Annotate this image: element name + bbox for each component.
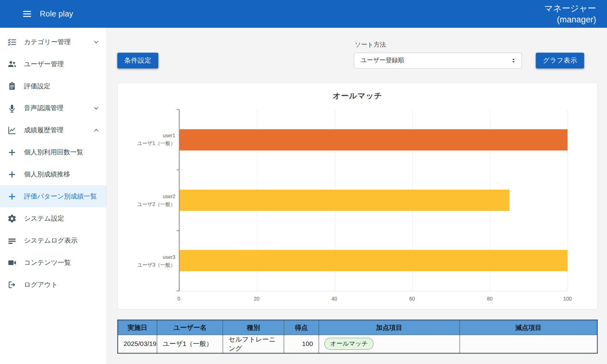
microphone-icon (7, 104, 17, 113)
user-role: マネージャー (manager) (544, 3, 596, 25)
table-header-cell: ユーザー名 (157, 320, 223, 334)
sidebar-item-system-log[interactable]: システムログ表示 (0, 229, 106, 251)
list-check-icon (7, 37, 17, 47)
gridline (567, 110, 568, 291)
bar-2 (180, 189, 509, 211)
main-content: 条件設定 ソート方法 ユーザー登録順 グラフ表示 オールマッチ user1ユーザ… (107, 28, 607, 364)
sidebar-item-label: ログアウト (24, 280, 58, 289)
y-label-line1: user3 (163, 253, 175, 261)
sidebar-item-speech-recognition-management[interactable]: 音声認識管理 (0, 97, 106, 119)
bar-row (180, 110, 567, 170)
sidebar-item-system-settings[interactable]: システム設定 (0, 208, 106, 230)
cell-minus-items (460, 335, 597, 353)
sidebar-item-logout[interactable]: ログアウト (0, 273, 106, 296)
y-axis-label: user3ユーザ3（一般） (118, 231, 179, 292)
chart-card: オールマッチ user1ユーザ1（一般）user2ユーザ2（一般）user3ユー… (117, 82, 598, 310)
chevron-up-icon (92, 126, 100, 134)
table-header-cell: 実施日 (118, 320, 157, 334)
x-axis-tick-label: 100 (563, 296, 572, 302)
cell-plus-items: オールマッチ (319, 335, 460, 353)
condition-settings-button[interactable]: 条件設定 (117, 53, 158, 68)
chevron-down-icon (92, 104, 100, 112)
sidebar-item-content-list[interactable]: コンテンツ一覧 (0, 251, 106, 273)
sidebar-item-label: システム設定 (24, 214, 64, 223)
sidebar-item-label: 個人別成績推移 (24, 170, 70, 179)
app-root: Role play マネージャー (manager) カテゴリー管理ユーザー管理… (0, 0, 607, 364)
bar-chart: user1ユーザ1（一般）user2ユーザ2（一般）user3ユーザ3（一般） … (118, 110, 597, 305)
sort-label: ソート方法 (355, 41, 522, 49)
x-axis-tick-label: 20 (254, 296, 259, 302)
table-header-cell: 得点 (284, 320, 319, 334)
bar-3 (180, 250, 567, 271)
sidebar-item-usage-count-by-user[interactable]: 個人別利用回数一覧 (0, 141, 106, 163)
x-axis-tick-label: 80 (487, 296, 492, 302)
video-icon (7, 258, 17, 267)
x-axis-tick-label: 0 (177, 296, 180, 302)
y-axis-tick (176, 170, 179, 170)
toolbar: 条件設定 ソート方法 ユーザー登録順 グラフ表示 (117, 41, 598, 68)
y-label-line1: user2 (163, 193, 175, 200)
cell-date: 2025/03/19 (118, 335, 157, 353)
sidebar-item-category-management[interactable]: カテゴリー管理 (0, 31, 106, 53)
plus-icon (7, 147, 17, 157)
table-header-row: 実施日ユーザー名種別得点加点項目減点項目 (118, 320, 597, 334)
sidebar-item-score-history-management[interactable]: 成績履歴管理 (0, 119, 106, 141)
clipboard-icon (7, 82, 17, 91)
plot-area (179, 110, 568, 292)
sidebar: カテゴリー管理ユーザー管理評価設定音声認識管理成績履歴管理個人別利用回数一覧個人… (0, 28, 107, 364)
y-axis-tick (176, 230, 179, 231)
y-label-line2: ユーザ1（一般） (137, 140, 175, 147)
sidebar-item-label: ユーザー管理 (24, 60, 64, 69)
logout-icon (7, 280, 17, 289)
chevron-down-icon (92, 38, 100, 46)
app-title: Role play (40, 9, 73, 18)
plus-icon (7, 192, 17, 201)
table-row: 2025/03/19ユーザ1（一般）セルフトレーニング100オールマッチ (118, 335, 597, 353)
select-arrows-icon (510, 57, 517, 64)
bar-row (180, 231, 567, 291)
user-role-line2: (manager) (544, 14, 596, 25)
sidebar-item-label: 評価パターン別成績一覧 (24, 192, 97, 201)
user-role-line1: マネージャー (544, 3, 596, 14)
sort-select[interactable]: ユーザー登録順 (354, 53, 522, 68)
table-header-cell: 種別 (223, 320, 284, 334)
x-axis-tick-labels: 020406080100 (179, 293, 568, 304)
sidebar-item-label: カテゴリー管理 (24, 38, 71, 47)
x-axis-tick-label: 40 (332, 296, 337, 302)
menu-icon[interactable] (22, 9, 32, 19)
log-lines-icon (7, 236, 17, 245)
sidebar-item-score-by-evaluation-pattern[interactable]: 評価パターン別成績一覧 (0, 185, 106, 208)
results-table: 実施日ユーザー名種別得点加点項目減点項目 2025/03/19ユーザ1（一般）セ… (117, 320, 598, 353)
sidebar-item-user-management[interactable]: ユーザー管理 (0, 53, 106, 75)
chart-title: オールマッチ (118, 91, 597, 101)
y-axis-tick (176, 291, 179, 291)
cell-user-name: ユーザ1（一般） (157, 335, 223, 353)
y-axis-tick (176, 109, 179, 110)
x-axis-tick-label: 60 (409, 296, 415, 302)
sidebar-item-label: システムログ表示 (24, 236, 78, 245)
sidebar-item-label: 個人別利用回数一覧 (24, 148, 83, 157)
y-label-line2: ユーザ3（一般） (137, 261, 175, 269)
sort-select-value: ユーザー登録順 (360, 57, 404, 65)
sidebar-item-label: コンテンツ一覧 (24, 258, 71, 267)
y-axis-label: user2ユーザ2（一般） (118, 170, 179, 231)
graph-display-button[interactable]: グラフ表示 (536, 53, 584, 68)
table-header-cell: 減点項目 (460, 320, 597, 334)
sort-group: ソート方法 ユーザー登録順 (354, 41, 522, 68)
sidebar-item-score-trend-by-user[interactable]: 個人別成績推移 (0, 163, 106, 185)
y-axis-label: user1ユーザ1（一般） (118, 110, 179, 170)
y-label-line1: user1 (163, 132, 175, 140)
bar-1 (180, 129, 567, 150)
y-label-line2: ユーザ2（一般） (137, 200, 175, 208)
bar-row (180, 170, 567, 230)
chart-line-icon (7, 126, 17, 135)
plot-area-wrap: 020406080100 (179, 110, 568, 305)
layout: カテゴリー管理ユーザー管理評価設定音声認識管理成績履歴管理個人別利用回数一覧個人… (0, 28, 607, 364)
table-header-cell: 加点項目 (319, 320, 460, 334)
sidebar-item-evaluation-settings[interactable]: 評価設定 (0, 75, 106, 97)
gear-icon (7, 214, 17, 223)
cell-score: 100 (284, 335, 319, 353)
y-axis-labels: user1ユーザ1（一般）user2ユーザ2（一般）user3ユーザ3（一般） (118, 110, 179, 292)
plus-icon (7, 170, 17, 179)
users-icon (7, 59, 17, 69)
